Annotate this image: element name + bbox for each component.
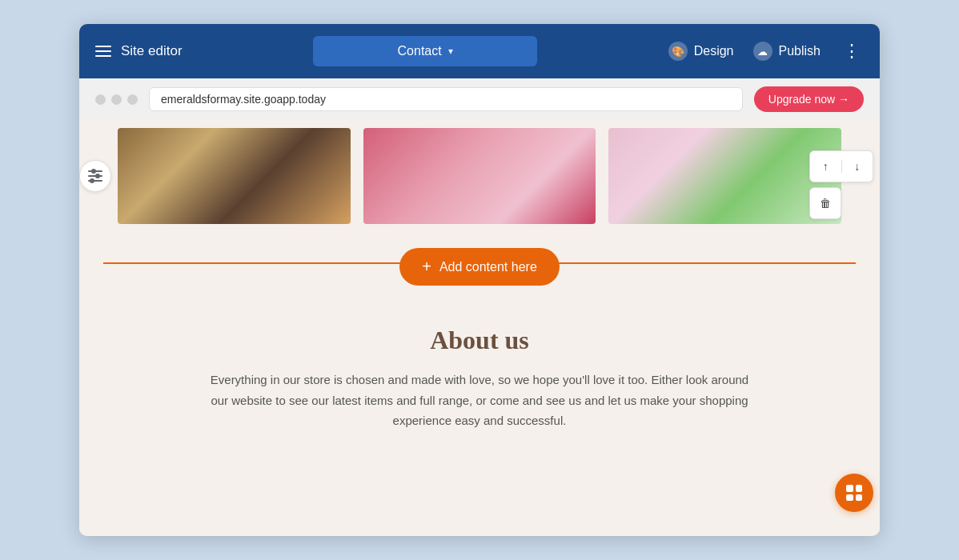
address-bar: Upgrade now → xyxy=(79,78,880,120)
cloud-icon: ☁ xyxy=(753,42,772,61)
add-content-label: Add content here xyxy=(439,260,537,274)
about-section: About us Everything in our store is chos… xyxy=(79,302,880,536)
move-up-button[interactable]: ↑ xyxy=(810,160,842,173)
about-title: About us xyxy=(143,326,816,355)
design-button[interactable]: 🎨 Design xyxy=(668,42,734,61)
images-section xyxy=(79,120,880,224)
right-tools: ↑ ↓ 🗑 xyxy=(803,144,880,226)
content-area: ↑ ↓ 🗑 + Add content here About us Everyt xyxy=(79,120,880,536)
plus-icon: + xyxy=(422,258,431,276)
more-options-button[interactable]: ⋮ xyxy=(840,41,864,62)
adjust-tool-button[interactable] xyxy=(79,160,111,192)
url-input[interactable] xyxy=(149,87,743,111)
upgrade-label: Upgrade now → xyxy=(768,93,849,106)
hamburger-icon[interactable] xyxy=(95,46,111,57)
move-buttons: ↑ ↓ xyxy=(809,150,873,182)
contact-label: Contact xyxy=(398,44,442,58)
contact-nav-button[interactable]: Contact ▾ xyxy=(313,36,537,66)
palette-icon: 🎨 xyxy=(668,42,688,61)
product-image-2 xyxy=(363,128,596,224)
about-body: Everything in our store is chosen and ma… xyxy=(207,370,752,431)
more-icon: ⋮ xyxy=(843,41,861,61)
browser-window: Site editor Contact ▾ 🎨 Design ☁ Publish… xyxy=(79,24,880,536)
grid-icon xyxy=(846,485,862,501)
traffic-light-3 xyxy=(127,94,138,105)
topbar-left: Site editor xyxy=(95,43,183,59)
traffic-light-1 xyxy=(95,94,106,105)
app-title: Site editor xyxy=(121,43,183,59)
add-content-section: + Add content here xyxy=(79,224,880,302)
sliders-icon xyxy=(88,170,102,182)
add-content-button[interactable]: + Add content here xyxy=(399,248,560,286)
publish-label: Publish xyxy=(779,44,821,58)
traffic-lights xyxy=(95,94,138,105)
product-image-1 xyxy=(118,128,351,224)
grid-widget-button[interactable] xyxy=(835,474,873,512)
topbar-right: 🎨 Design ☁ Publish ⋮ xyxy=(668,41,864,62)
topbar: Site editor Contact ▾ 🎨 Design ☁ Publish… xyxy=(79,24,880,78)
chevron-down-icon: ▾ xyxy=(448,46,453,57)
image-row xyxy=(87,128,872,224)
publish-button[interactable]: ☁ Publish xyxy=(753,42,821,61)
design-label: Design xyxy=(694,44,734,58)
topbar-center: Contact ▾ xyxy=(195,36,656,66)
move-down-button[interactable]: ↓ xyxy=(842,160,873,173)
traffic-light-2 xyxy=(111,94,122,105)
upgrade-button[interactable]: Upgrade now → xyxy=(754,86,864,112)
delete-button[interactable]: 🗑 xyxy=(809,187,841,219)
